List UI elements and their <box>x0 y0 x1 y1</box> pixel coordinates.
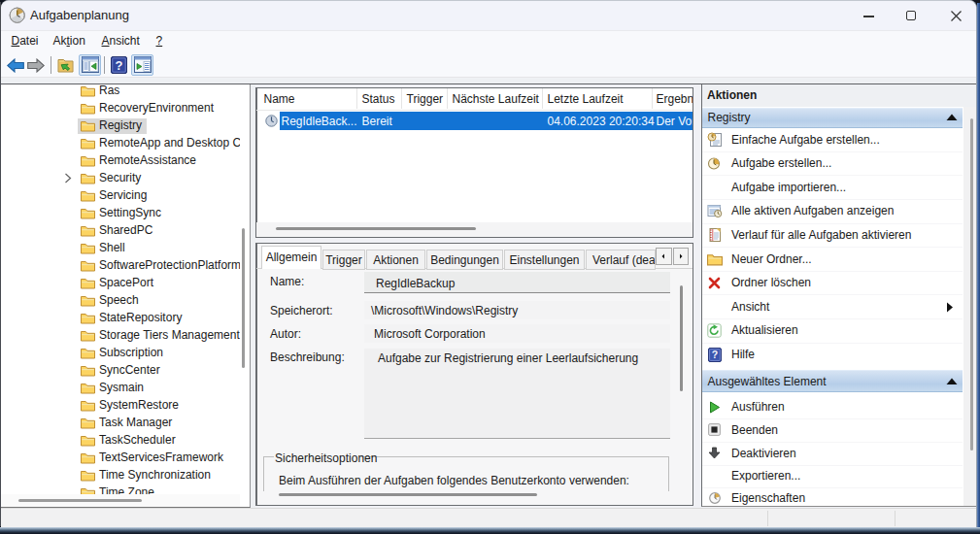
svg-text:?: ? <box>116 58 123 73</box>
svg-text:?: ? <box>711 349 717 360</box>
